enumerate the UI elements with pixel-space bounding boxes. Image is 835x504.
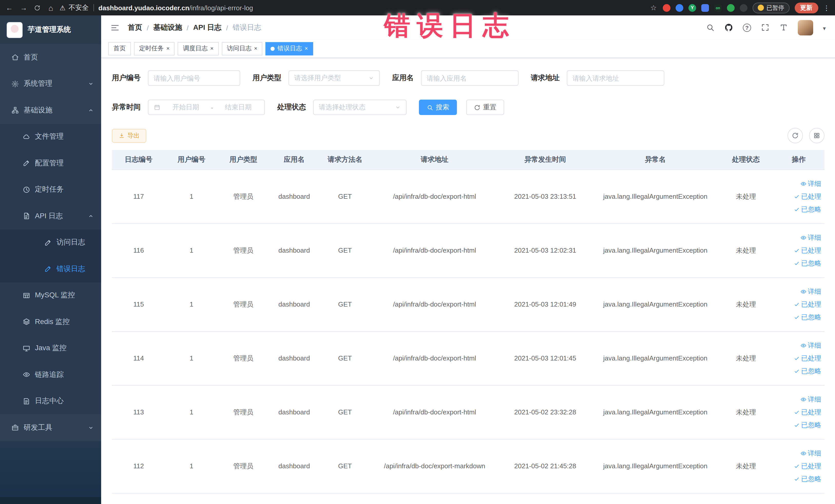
extension-icon[interactable]	[663, 4, 670, 12]
github-icon[interactable]	[725, 23, 733, 32]
action-processed[interactable]: 已处理	[793, 407, 821, 417]
bookmark-star-icon[interactable]	[649, 4, 658, 12]
font-size-icon[interactable]	[779, 23, 788, 32]
action-detail[interactable]: 详细	[800, 341, 821, 350]
cell-app-name: dashboard	[269, 439, 319, 493]
action-processed[interactable]: 已处理	[793, 192, 821, 201]
fullscreen-icon[interactable]	[761, 23, 770, 32]
user-type-select[interactable]: 请选择用户类型	[288, 70, 380, 86]
extension-icon[interactable]	[688, 4, 696, 12]
tab-dispatch-log[interactable]: 调度日志	[178, 42, 219, 55]
sidebar-item-log-center[interactable]: 日志中心	[0, 388, 101, 415]
action-processed[interactable]: 已处理	[793, 461, 821, 471]
action-label: 详细	[808, 233, 821, 242]
sidebar-item-system[interactable]: 系统管理	[0, 70, 101, 97]
action-ignored[interactable]: 已忽略	[793, 313, 821, 322]
sidebar-item-redis-monitor[interactable]: Redis 监控	[0, 309, 101, 335]
tab-access-log[interactable]: 访问日志	[222, 42, 263, 55]
sidebar-item-label: Java 监控	[35, 344, 66, 353]
sidebar-item-error-log[interactable]: 错误日志	[0, 256, 101, 282]
search-button[interactable]: 搜索	[419, 100, 457, 115]
extension-icon[interactable]	[740, 4, 748, 12]
hamburger-icon[interactable]	[110, 23, 120, 32]
action-processed[interactable]: 已处理	[793, 300, 821, 309]
eye-icon	[800, 288, 806, 295]
security-label: 不安全	[68, 3, 88, 12]
action-detail[interactable]: 详细	[800, 179, 821, 188]
sidebar-item-config-management[interactable]: 配置管理	[0, 150, 101, 176]
sidebar-item-home[interactable]: 首页	[0, 44, 101, 70]
cell-method: GET	[319, 169, 371, 223]
security-indicator[interactable]: 不安全	[60, 3, 88, 12]
sidebar-item-tracing[interactable]: 链路追踪	[0, 362, 101, 388]
action-ignored[interactable]: 已忽略	[793, 259, 821, 268]
field-label: 用户编号	[112, 74, 141, 83]
action-detail[interactable]: 详细	[800, 395, 821, 404]
sidebar-item-dev-tools[interactable]: 研发工具	[0, 415, 101, 441]
breadcrumb-item[interactable]: 基础设施	[153, 23, 182, 32]
emoji-face-icon	[758, 5, 764, 11]
tab-home[interactable]: 首页	[108, 42, 131, 55]
reload-button[interactable]	[34, 4, 41, 11]
reset-button[interactable]: 重置	[466, 100, 504, 115]
cell-request-url: /api/infra/db-doc/export-html	[371, 331, 498, 385]
sidebar-item-mysql-monitor[interactable]: MySQL 监控	[0, 282, 101, 309]
help-icon[interactable]	[743, 23, 751, 32]
tab-error-log[interactable]: 错误日志	[266, 42, 313, 55]
action-detail[interactable]: 详细	[800, 287, 821, 296]
extension-icon[interactable]	[701, 4, 709, 12]
back-button[interactable]	[5, 4, 13, 12]
action-label: 已忽略	[801, 420, 821, 429]
action-processed[interactable]: 已处理	[793, 354, 821, 363]
sidebar-item-api-log[interactable]: API 日志	[0, 203, 101, 229]
cell-user-id: 1	[165, 277, 218, 331]
sidebar-item-scheduled-tasks[interactable]: 定时任务	[0, 176, 101, 203]
cell-method: GET	[319, 223, 371, 277]
breadcrumb-item[interactable]: 首页	[128, 23, 142, 32]
update-button[interactable]: 更新	[794, 2, 818, 13]
browser-home-button[interactable]	[47, 3, 55, 12]
action-detail[interactable]: 详细	[800, 448, 821, 458]
paused-badge[interactable]: 已暂停	[753, 2, 789, 13]
action-ignored[interactable]: 已忽略	[793, 474, 821, 483]
request-url-input[interactable]	[567, 70, 664, 86]
sidebar-item-label: API 日志	[35, 211, 63, 221]
screen: 不安全 dashboard.yudao.iocoder.cn/infra/log…	[0, 0, 835, 504]
date-range-picker[interactable]: 开始日期 - 结束日期	[148, 100, 265, 115]
forward-button[interactable]	[20, 4, 28, 12]
breadcrumb-item[interactable]: API 日志	[193, 23, 222, 32]
sidebar-item-file-management[interactable]: 文件管理	[0, 123, 101, 150]
refresh-button[interactable]	[787, 128, 803, 143]
close-icon[interactable]	[210, 46, 213, 52]
action-ignored[interactable]: 已忽略	[793, 366, 821, 376]
process-status-select[interactable]: 请选择处理状态	[313, 100, 407, 115]
action-label: 详细	[808, 179, 821, 188]
action-processed[interactable]: 已处理	[793, 246, 821, 255]
sidebar-item-label: 系统管理	[24, 79, 53, 88]
user-avatar[interactable]	[798, 20, 813, 35]
extension-icon[interactable]	[714, 4, 722, 12]
column-settings-button[interactable]	[809, 128, 824, 143]
browser-menu-icon[interactable]	[823, 4, 830, 12]
tab-label: 错误日志	[278, 44, 302, 53]
action-detail[interactable]: 详细	[800, 233, 821, 242]
export-button[interactable]: 导出	[112, 129, 146, 142]
table-row: 112 1 管理员 dashboard GET /api/infra/db-do…	[112, 439, 824, 493]
action-ignored[interactable]: 已忽略	[793, 205, 821, 214]
extension-icon[interactable]	[676, 4, 683, 12]
action-ignored[interactable]: 已忽略	[793, 420, 821, 429]
search-icon[interactable]	[706, 23, 715, 32]
app-name-input[interactable]	[421, 70, 518, 86]
close-icon[interactable]	[254, 46, 258, 52]
address-bar[interactable]: dashboard.yudao.iocoder.cn/infra/log/api…	[98, 4, 645, 12]
filter-row-1: 用户编号 用户类型 请选择用户类型 应用名	[112, 70, 824, 86]
extension-icon[interactable]	[727, 4, 735, 12]
tab-scheduled-tasks[interactable]: 定时任务	[134, 42, 175, 55]
user-id-input[interactable]	[148, 70, 240, 86]
sidebar-item-infra[interactable]: 基础设施	[0, 97, 101, 123]
sidebar-item-access-log[interactable]: 访问日志	[0, 229, 101, 256]
sidebar-logo[interactable]: 芋道管理系统	[0, 15, 101, 44]
close-icon[interactable]	[305, 46, 308, 52]
close-icon[interactable]	[166, 46, 170, 52]
sidebar-item-java-monitor[interactable]: Java 监控	[0, 335, 101, 362]
